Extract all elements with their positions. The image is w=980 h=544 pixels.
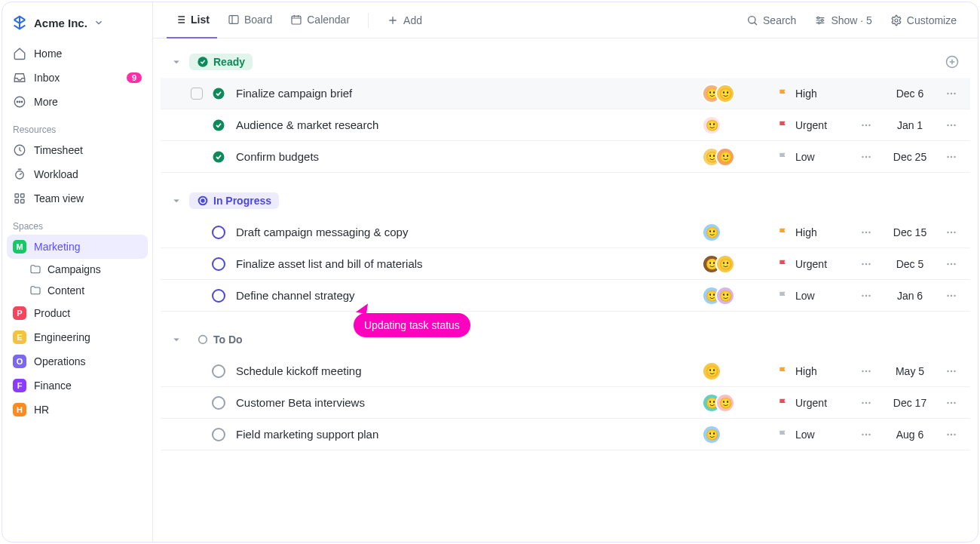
- svg-point-67: [947, 401, 948, 403]
- sidebar-space-product[interactable]: PProduct: [7, 301, 148, 325]
- avatar[interactable]: 🙂: [702, 115, 721, 135]
- priority-cell[interactable]: Low: [777, 151, 853, 163]
- sidebar-space-marketing[interactable]: MMarketing: [7, 235, 148, 259]
- sliders-icon: [814, 14, 826, 26]
- group-progress: In Progress Draft campaign messaging & c…: [161, 189, 970, 312]
- row-more-icon[interactable]: [940, 118, 963, 132]
- status-ready-icon[interactable]: [212, 150, 225, 164]
- due-date[interactable]: Dec 25: [880, 151, 940, 163]
- row-more-icon[interactable]: [940, 226, 963, 239]
- group-header[interactable]: Ready: [161, 51, 970, 78]
- avatar[interactable]: 🙂: [715, 286, 735, 306]
- avatar[interactable]: 🙂: [715, 393, 735, 413]
- row-action[interactable]: [853, 226, 880, 239]
- sidebar-folder-campaigns[interactable]: Campaigns: [7, 259, 148, 280]
- avatar[interactable]: 🙂: [715, 147, 735, 167]
- due-date[interactable]: Dec 17: [880, 397, 940, 409]
- task-row[interactable]: Field marketing support plan 🙂 Low Aug 6: [161, 419, 970, 450]
- status-progress-icon[interactable]: [212, 226, 225, 239]
- sidebar-item-teamview[interactable]: Team view: [7, 186, 148, 211]
- priority-cell[interactable]: Urgent: [777, 397, 853, 409]
- tab-board[interactable]: Board: [220, 2, 280, 38]
- row-action[interactable]: [853, 364, 880, 378]
- due-date[interactable]: Dec 5: [880, 258, 940, 270]
- row-more-icon[interactable]: [940, 257, 963, 271]
- due-date[interactable]: May 5: [880, 365, 940, 377]
- row-more-icon[interactable]: [940, 428, 963, 441]
- tab-list[interactable]: List: [167, 2, 217, 38]
- search-button[interactable]: Search: [739, 10, 804, 31]
- due-date[interactable]: Jan 1: [880, 119, 940, 131]
- task-row[interactable]: Draft campaign messaging & copy 🙂 High D…: [161, 217, 970, 248]
- workspace-switcher[interactable]: Acme Inc.: [7, 10, 148, 41]
- svg-point-51: [862, 294, 863, 296]
- caret-down-icon[interactable]: [170, 333, 183, 346]
- clock-icon: [13, 143, 26, 157]
- status-todo-icon[interactable]: [212, 364, 225, 378]
- task-row[interactable]: Customer Beta interviews 🙂🙂 Urgent Dec 1…: [161, 387, 970, 419]
- priority-cell[interactable]: Urgent: [777, 258, 853, 270]
- sidebar-item-workload[interactable]: Workload: [7, 162, 148, 186]
- checkbox[interactable]: [191, 88, 203, 100]
- caret-down-icon[interactable]: [170, 194, 183, 207]
- row-action[interactable]: [853, 150, 880, 164]
- avatar[interactable]: 🙂: [702, 223, 721, 242]
- status-progress-icon[interactable]: [212, 289, 225, 303]
- priority-cell[interactable]: Urgent: [777, 119, 853, 131]
- group-header[interactable]: To Do: [161, 328, 970, 355]
- priority-cell[interactable]: High: [777, 88, 853, 100]
- status-todo-icon[interactable]: [212, 428, 225, 441]
- due-date[interactable]: Dec 6: [880, 88, 940, 100]
- flag-icon: [777, 119, 789, 131]
- status-progress-icon[interactable]: [212, 257, 225, 271]
- row-action[interactable]: [853, 118, 880, 132]
- show-columns-button[interactable]: Show · 5: [807, 10, 879, 31]
- sidebar-space-engineering[interactable]: EEngineering: [7, 325, 148, 349]
- sidebar-item-home[interactable]: Home: [7, 41, 148, 66]
- row-more-icon[interactable]: [940, 289, 963, 303]
- status-ready-icon[interactable]: [212, 87, 225, 100]
- priority-cell[interactable]: Low: [777, 429, 853, 441]
- sidebar-item-timesheet[interactable]: Timesheet: [7, 138, 148, 162]
- row-more-icon[interactable]: [940, 150, 963, 164]
- task-row[interactable]: Finalize campaign brief 🙂🙂 High Dec 6: [161, 78, 970, 109]
- task-row[interactable]: Confirm budgets 🙂🙂 Low Dec 25: [161, 141, 970, 173]
- due-date[interactable]: Jan 6: [880, 290, 940, 302]
- group-header[interactable]: In Progress: [161, 189, 970, 217]
- row-action[interactable]: [853, 289, 880, 303]
- task-row[interactable]: Schedule kickoff meeting 🙂 High May 5: [161, 355, 970, 387]
- row-action[interactable]: [853, 396, 880, 410]
- avatar[interactable]: 🙂: [702, 425, 721, 444]
- caret-down-icon[interactable]: [170, 55, 183, 69]
- customize-button[interactable]: Customize: [883, 10, 964, 31]
- status-ready-icon[interactable]: [212, 118, 225, 132]
- row-action[interactable]: [853, 428, 880, 441]
- sidebar-space-hr[interactable]: HHR: [7, 398, 148, 422]
- sidebar-item-more[interactable]: More: [7, 90, 148, 114]
- add-view-button[interactable]: Add: [379, 10, 430, 31]
- priority-cell[interactable]: High: [777, 365, 853, 377]
- task-row[interactable]: Finalize asset list and bill of material…: [161, 248, 970, 280]
- row-action[interactable]: [853, 257, 880, 271]
- avatar[interactable]: 🙂: [715, 84, 735, 103]
- svg-point-16: [895, 19, 898, 22]
- sidebar-space-finance[interactable]: FFinance: [7, 373, 148, 398]
- avatar[interactable]: 🙂: [702, 361, 721, 381]
- sidebar-folder-content[interactable]: Content: [7, 280, 148, 301]
- status-todo-icon[interactable]: [212, 396, 225, 410]
- row-more-icon[interactable]: [940, 396, 963, 410]
- add-task-icon[interactable]: [945, 54, 960, 69]
- sidebar-space-operations[interactable]: OOperations: [7, 349, 148, 373]
- avatar[interactable]: 🙂: [715, 254, 735, 274]
- priority-cell[interactable]: Low: [777, 290, 853, 302]
- priority-cell[interactable]: High: [777, 226, 853, 238]
- due-date[interactable]: Aug 6: [880, 429, 940, 441]
- sidebar-item-inbox[interactable]: Inbox 9: [7, 66, 148, 90]
- task-row[interactable]: Audience & market research 🙂 Urgent Jan …: [161, 109, 970, 141]
- due-date[interactable]: Dec 15: [880, 226, 940, 238]
- svg-point-35: [951, 155, 952, 157]
- row-more-icon[interactable]: [940, 364, 963, 378]
- task-row[interactable]: Define channel strategy 🙂🙂 Low Jan 6: [161, 280, 970, 312]
- tab-calendar[interactable]: Calendar: [283, 2, 357, 38]
- row-more-icon[interactable]: [940, 87, 963, 100]
